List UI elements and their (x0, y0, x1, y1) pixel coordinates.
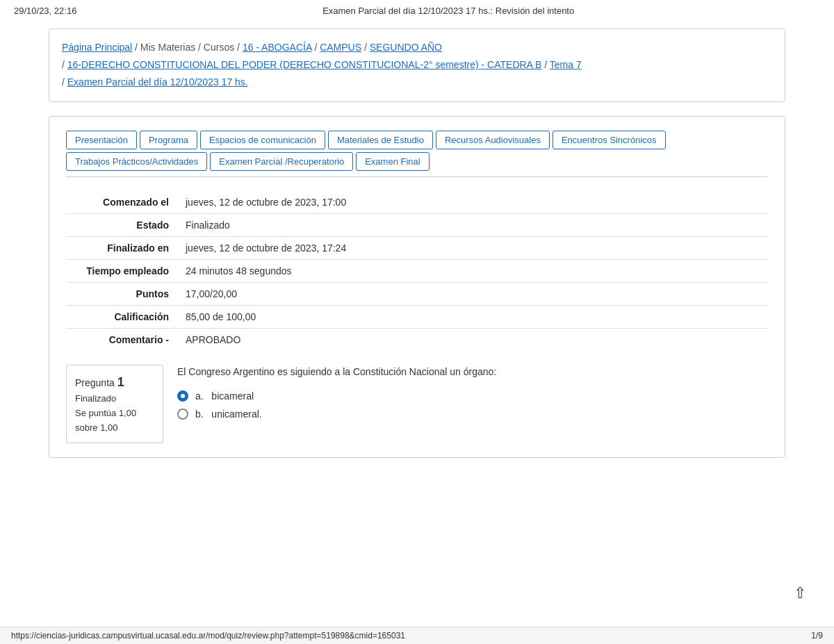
content-card: Presentación Programa Espacios de comuni… (49, 116, 785, 458)
tab-presentacion[interactable]: Presentación (66, 131, 137, 149)
breadcrumb-examen[interactable]: Examen Parcial del día 12/10/2023 17 hs. (67, 76, 248, 88)
tab-encuentros[interactable]: Encuentros Sincrónicos (553, 131, 666, 149)
page-title: Examen Parcial del día 12/10/2023 17 hs.… (322, 6, 574, 16)
breadcrumb-abogacia[interactable]: 16 - ABOGACÍA (243, 42, 312, 53)
answer-option-a: a. bicameral (177, 390, 768, 402)
calificacion-value: 85,00 de 100,00 (177, 305, 768, 328)
info-table: Comenzado el jueves, 12 de octubre de 20… (66, 191, 768, 351)
breadcrumb-tema[interactable]: Tema 7 (550, 59, 582, 70)
puntos-label: Puntos (66, 282, 177, 305)
tab-materiales[interactable]: Materiales de Estudio (328, 131, 433, 149)
tab-trabajos[interactable]: Trabajos Prácticos/Actividades (66, 152, 207, 171)
estado-label: Estado (66, 213, 177, 236)
radio-a[interactable] (177, 390, 188, 402)
comentario-value: APROBADO (177, 328, 768, 351)
finalizado-label: Finalizado en (66, 236, 177, 259)
tab-examen-parcial[interactable]: Examen Parcial /Recuperatorio (210, 152, 353, 171)
top-bar: 29/10/23, 22:16 Examen Parcial del día 1… (0, 0, 834, 22)
answer-label-a: a. bicameral (195, 390, 254, 402)
tiempo-label: Tiempo empleado (66, 259, 177, 282)
comenzado-value: jueves, 12 de octubre de 2023, 17:00 (177, 191, 768, 214)
breadcrumb-materia[interactable]: 16-DERECHO CONSTITUCIONAL DEL PODER (DER… (67, 59, 542, 70)
question-block: Pregunta 1 Finalizado Se puntúa 1,00 sob… (66, 365, 768, 443)
puntos-value: 17,00/20,00 (177, 282, 768, 305)
question-status: Finalizado (75, 392, 154, 406)
datetime: 29/10/23, 22:16 (14, 6, 76, 16)
comentario-label: Comentario - (66, 328, 177, 351)
main-wrapper: Página Principal / Mis Materias / Cursos… (35, 22, 799, 513)
answer-label-b: b. unicameral. (195, 408, 262, 420)
answer-option-b: b. unicameral. (177, 408, 768, 420)
tabs-container: Presentación Programa Espacios de comuni… (66, 131, 768, 177)
breadcrumb-segundo-anio[interactable]: SEGUNDO AÑO (370, 42, 442, 53)
finalizado-value: jueves, 12 de octubre de 2023, 17:24 (177, 236, 768, 259)
breadcrumb-card: Página Principal / Mis Materias / Cursos… (49, 28, 785, 102)
tab-recursos[interactable]: Recursos Audiovisuales (436, 131, 550, 149)
question-content: El Congreso Argentino es siguiendo a la … (177, 365, 768, 443)
question-number-label: Pregunta 1 (75, 372, 154, 393)
tab-programa[interactable]: Programa (140, 131, 197, 149)
breadcrumb-campus[interactable]: CAMPUS (320, 42, 361, 53)
calificacion-label: Calificación (66, 305, 177, 328)
question-meta: Pregunta 1 Finalizado Se puntúa 1,00 sob… (66, 365, 163, 443)
question-text: El Congreso Argentino es siguiendo a la … (177, 365, 768, 379)
estado-value: Finalizado (177, 213, 768, 236)
tab-examen-final[interactable]: Examen Final (356, 152, 429, 171)
tab-espacios[interactable]: Espacios de comunicación (200, 131, 325, 149)
comenzado-label: Comenzado el (66, 191, 177, 214)
tiempo-value: 24 minutos 48 segundos (177, 259, 768, 282)
radio-b[interactable] (177, 408, 188, 420)
breadcrumb-pagina-principal[interactable]: Página Principal (62, 42, 132, 53)
question-points: Se puntúa 1,00 sobre 1,00 (75, 406, 154, 436)
